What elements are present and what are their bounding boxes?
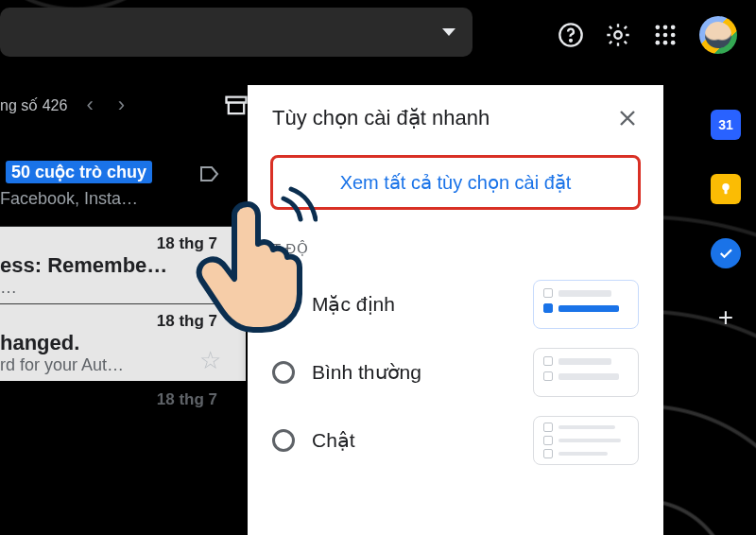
- page-next-icon[interactable]: ›: [112, 93, 130, 117]
- pagination: ng số 426 ‹ ›: [0, 93, 246, 117]
- page-prev-icon[interactable]: ‹: [80, 93, 98, 117]
- mail-date: 18 thg 7: [0, 234, 246, 253]
- see-all-settings-button[interactable]: Xem tất cả tùy chọn cài đặt: [272, 157, 639, 208]
- density-preview: [533, 348, 639, 397]
- add-addon-icon[interactable]: +: [711, 302, 741, 333]
- density-section-label: T ĐỘ: [272, 240, 663, 257]
- svg-point-2: [614, 31, 621, 38]
- gear-icon[interactable]: [605, 22, 631, 48]
- side-panel-rail: 31 +: [696, 85, 756, 535]
- option-label: Chật: [312, 429, 516, 452]
- category-chip: 50 cuộc trò chuy: [6, 161, 152, 183]
- density-preview: [533, 416, 639, 465]
- label-icon: [198, 163, 221, 189]
- help-icon[interactable]: [558, 22, 584, 48]
- mail-date: 18 thg 7: [0, 312, 246, 331]
- density-option-comfortable[interactable]: Bình thường: [248, 338, 663, 406]
- pagination-count: ng số 426: [0, 96, 67, 114]
- account-avatar[interactable]: [699, 16, 737, 54]
- apps-grid-icon[interactable]: [652, 22, 679, 48]
- svg-point-8: [671, 33, 676, 38]
- svg-point-5: [671, 26, 676, 30]
- mail-row[interactable]: 18 thg 7 hanged. rd for your Aut… ☆: [0, 303, 246, 381]
- svg-point-9: [656, 41, 661, 45]
- search-bar[interactable]: [0, 8, 472, 57]
- svg-point-3: [656, 26, 661, 30]
- category-sub: Facebook, Insta…: [0, 189, 246, 209]
- density-option-compact[interactable]: Chật: [248, 406, 663, 475]
- svg-point-10: [663, 41, 668, 45]
- svg-point-1: [570, 40, 572, 42]
- svg-point-4: [663, 26, 668, 30]
- density-preview: [533, 280, 639, 329]
- radio-icon: [272, 293, 295, 316]
- radio-icon: [272, 361, 295, 384]
- panel-title: Tùy chọn cài đặt nhanh: [272, 106, 490, 130]
- app-header: [0, 0, 756, 70]
- svg-point-7: [663, 33, 668, 38]
- archive-icon[interactable]: [223, 93, 249, 119]
- star-icon[interactable]: ☆: [199, 346, 221, 375]
- radio-icon: [272, 429, 295, 452]
- inbox-list: ng số 426 ‹ › 50 cuộc trò chuy Facebook,…: [0, 93, 246, 409]
- option-label: Mặc định: [312, 293, 516, 316]
- tasks-addon-icon[interactable]: [711, 238, 741, 268]
- svg-point-12: [722, 183, 730, 191]
- close-icon[interactable]: [616, 107, 639, 129]
- quick-settings-panel: Tùy chọn cài đặt nhanh Xem tất cả tùy ch…: [248, 85, 663, 535]
- calendar-addon-icon[interactable]: 31: [711, 110, 741, 140]
- mail-date: 18 thg 7: [0, 390, 246, 409]
- keep-addon-icon[interactable]: [711, 174, 741, 204]
- panel-header: Tùy chọn cài đặt nhanh: [248, 85, 663, 140]
- svg-point-6: [656, 33, 661, 38]
- svg-point-11: [671, 41, 676, 45]
- option-label: Bình thường: [312, 361, 516, 384]
- search-options-caret-icon[interactable]: [442, 28, 455, 36]
- svg-rect-13: [725, 190, 728, 195]
- density-option-default[interactable]: Mặc định: [248, 270, 663, 338]
- mail-row[interactable]: 18 thg 7 ess: Remembe… … ☆: [0, 226, 246, 303]
- star-icon[interactable]: ☆: [199, 268, 221, 298]
- category-social[interactable]: 50 cuộc trò chuy Facebook, Insta…: [0, 161, 246, 209]
